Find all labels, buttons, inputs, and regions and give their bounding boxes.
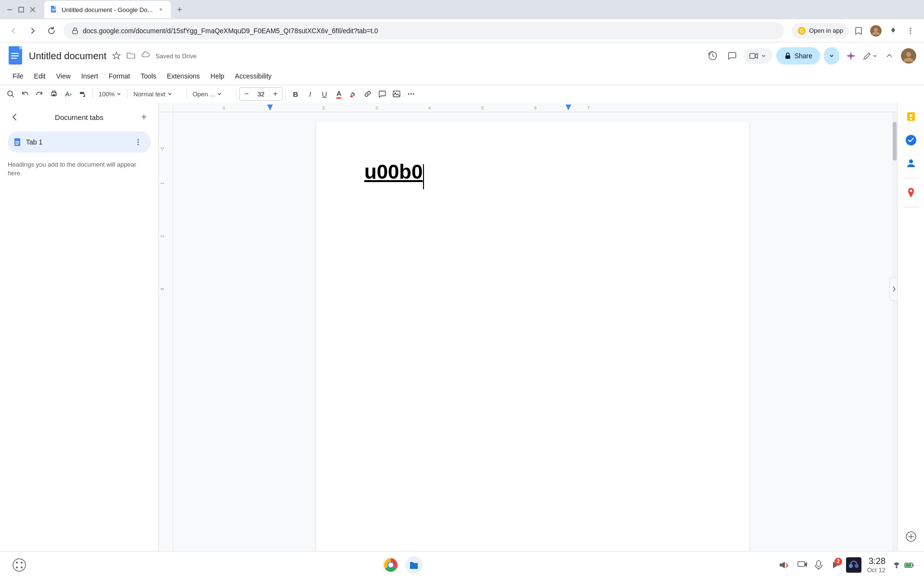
more-toolbar-button[interactable] bbox=[404, 87, 418, 101]
svg-rect-77 bbox=[817, 561, 821, 566]
spellcheck-button[interactable] bbox=[62, 87, 75, 101]
keep-button[interactable] bbox=[901, 107, 921, 127]
paragraph-style-selector[interactable]: Normal text bbox=[130, 87, 183, 101]
add-addon-button[interactable] bbox=[901, 527, 921, 546]
version-history-button[interactable] bbox=[705, 48, 720, 64]
font-size-value[interactable]: 32 bbox=[252, 91, 270, 98]
toolbar-divider-5 bbox=[285, 89, 286, 99]
gemini-icon bbox=[845, 50, 857, 62]
meet-button[interactable] bbox=[744, 48, 772, 64]
tab-close-button[interactable]: × bbox=[156, 5, 165, 14]
folder-button[interactable] bbox=[125, 49, 137, 63]
back-button[interactable] bbox=[6, 23, 21, 39]
svg-point-15 bbox=[910, 30, 911, 31]
sidebar-back-button[interactable] bbox=[8, 110, 21, 124]
maps-button[interactable] bbox=[901, 183, 921, 202]
highlight-color-button[interactable] bbox=[346, 87, 360, 101]
taskbar-datetime[interactable]: 3:28 Oct 12 bbox=[867, 556, 886, 574]
zoom-chevron-icon bbox=[116, 92, 121, 96]
taskbar-microphone-button[interactable] bbox=[813, 560, 824, 570]
underline-button[interactable]: U bbox=[318, 87, 331, 101]
share-button[interactable]: Share bbox=[776, 47, 820, 65]
open-in-app-button[interactable]: G Open in app bbox=[792, 23, 849, 39]
forward-button[interactable] bbox=[25, 23, 40, 39]
tasks-button[interactable] bbox=[901, 131, 921, 150]
browser-tab[interactable]: Untitled document - Google Do... × bbox=[44, 1, 171, 18]
zoom-selector[interactable]: 100% bbox=[96, 87, 124, 101]
font-selector[interactable]: Open ... bbox=[190, 87, 233, 101]
contacts-button[interactable] bbox=[901, 154, 921, 173]
svg-text:3: 3 bbox=[375, 105, 378, 110]
document-page[interactable]: u00b0 bbox=[316, 122, 749, 551]
bookmark-button[interactable] bbox=[851, 23, 866, 39]
taskbar-play-button[interactable]: 2 bbox=[830, 560, 840, 570]
svg-point-59 bbox=[910, 114, 912, 117]
add-comment-button[interactable] bbox=[375, 87, 389, 101]
taskbar-media-controls[interactable] bbox=[797, 560, 808, 570]
accessibility-menu[interactable]: Accessibility bbox=[230, 69, 276, 83]
decrease-font-size-button[interactable]: − bbox=[242, 89, 251, 99]
help-menu[interactable]: Help bbox=[205, 69, 229, 83]
taskbar-launcher-button[interactable] bbox=[10, 555, 29, 575]
collapse-toolbar-button[interactable] bbox=[882, 48, 897, 64]
svg-rect-37 bbox=[14, 138, 20, 146]
paragraph-chevron-icon bbox=[167, 92, 172, 96]
svg-point-34 bbox=[408, 93, 410, 95]
paint-format-button[interactable] bbox=[76, 87, 90, 101]
taskbar-headphones-icon[interactable] bbox=[846, 557, 861, 573]
address-text: docs.google.com/document/d/15sfYgg_FmaQe… bbox=[83, 27, 776, 35]
text-color-button[interactable]: A bbox=[332, 87, 346, 101]
view-menu[interactable]: View bbox=[51, 69, 76, 83]
window-minimize-button[interactable] bbox=[5, 5, 14, 14]
panel-expand-button[interactable] bbox=[889, 277, 897, 301]
tools-menu[interactable]: Tools bbox=[136, 69, 161, 83]
document-scroll-area[interactable]: u00b0 bbox=[173, 112, 892, 551]
vertical-scrollbar[interactable] bbox=[892, 112, 897, 551]
undo-button[interactable] bbox=[18, 87, 32, 101]
svg-rect-29 bbox=[52, 94, 55, 96]
comments-button[interactable] bbox=[724, 48, 740, 64]
editing-mode-button[interactable] bbox=[862, 48, 878, 64]
insert-link-button[interactable] bbox=[361, 87, 374, 101]
sidebar-title: Document tabs bbox=[55, 113, 103, 121]
window-close-button[interactable] bbox=[28, 5, 38, 14]
gemini-button[interactable] bbox=[843, 48, 859, 64]
taskbar-mute-button[interactable] bbox=[776, 557, 791, 573]
increase-font-size-button[interactable]: + bbox=[270, 89, 280, 99]
new-tab-button[interactable]: + bbox=[173, 3, 186, 16]
insert-image-button[interactable] bbox=[390, 87, 403, 101]
format-menu[interactable]: Format bbox=[104, 69, 135, 83]
profile-button[interactable] bbox=[868, 23, 884, 39]
document-tab-1[interactable]: Tab 1 bbox=[8, 131, 151, 153]
italic-button[interactable]: I bbox=[303, 87, 317, 101]
extensions-menu[interactable]: Extensions bbox=[162, 69, 205, 83]
svg-rect-31 bbox=[83, 96, 85, 97]
star-button[interactable] bbox=[110, 49, 123, 63]
doc-title[interactable]: Untitled document bbox=[29, 51, 106, 62]
edit-menu[interactable]: Edit bbox=[29, 69, 51, 83]
add-tab-button[interactable]: + bbox=[137, 110, 151, 124]
more-menu-button[interactable] bbox=[903, 23, 918, 39]
window-maximize-button[interactable] bbox=[16, 5, 26, 14]
search-button[interactable] bbox=[4, 87, 17, 101]
font-size-control[interactable]: − 32 + bbox=[239, 87, 282, 101]
tab-options-button[interactable] bbox=[131, 135, 145, 149]
bold-button[interactable]: B bbox=[289, 87, 302, 101]
file-menu[interactable]: File bbox=[8, 69, 28, 83]
share-dropdown-button[interactable] bbox=[824, 47, 839, 65]
insert-menu[interactable]: Insert bbox=[77, 69, 103, 83]
svg-point-35 bbox=[411, 93, 412, 95]
redo-button[interactable] bbox=[33, 87, 46, 101]
user-avatar[interactable] bbox=[901, 48, 916, 64]
extensions-button[interactable] bbox=[886, 23, 901, 39]
cloud-save-button[interactable] bbox=[139, 49, 152, 63]
address-bar[interactable]: docs.google.com/document/d/15sfYgg_FmaQe… bbox=[64, 22, 784, 39]
svg-marker-52 bbox=[267, 105, 273, 110]
reload-button[interactable] bbox=[44, 23, 60, 39]
print-button[interactable] bbox=[47, 87, 61, 101]
share-label: Share bbox=[795, 52, 812, 60]
taskbar-files-icon[interactable] bbox=[404, 555, 424, 575]
taskbar-chrome-icon[interactable] bbox=[381, 555, 400, 575]
taskbar-status-icons[interactable] bbox=[891, 560, 914, 570]
document-content[interactable]: u00b0 bbox=[364, 160, 423, 183]
